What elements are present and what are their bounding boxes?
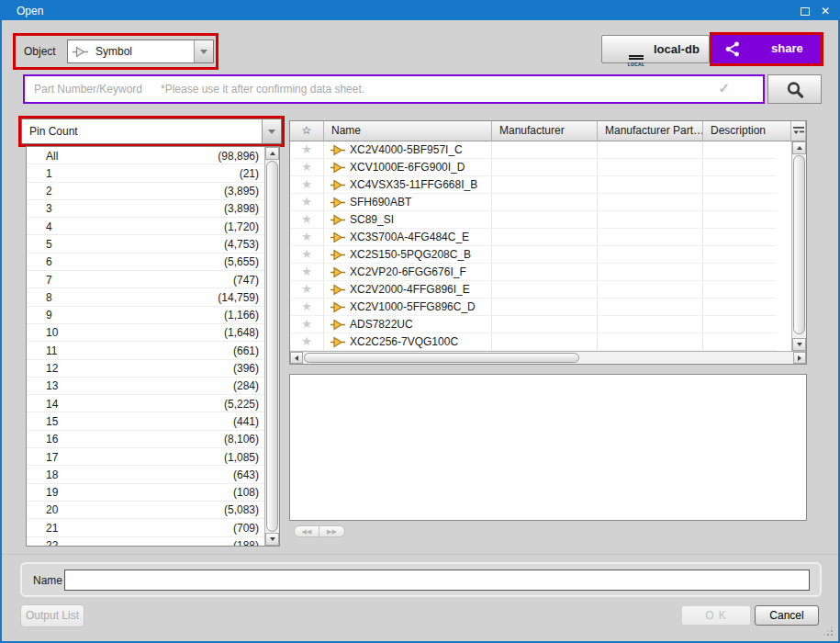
favorite-star-icon[interactable]: ★ <box>290 281 324 299</box>
table-row[interactable]: ★ XCV1000E-6FG900I_D <box>290 159 806 176</box>
table-vertical-scrollbar[interactable] <box>791 141 806 351</box>
table-row[interactable]: ★ XC2C256-7VQG100C <box>290 333 806 351</box>
pin-list-scrollbar[interactable] <box>264 147 279 546</box>
list-item[interactable]: 14 (5,225) <box>27 395 264 412</box>
list-item[interactable]: 21 (709) <box>27 519 264 536</box>
scroll-down-button[interactable] <box>265 533 279 546</box>
local-db-button[interactable]: LOCAL local-db <box>601 35 710 63</box>
ok-button[interactable]: O K <box>681 605 751 626</box>
list-item[interactable]: 3 (3,898) <box>27 200 264 218</box>
favorite-star-icon[interactable]: ★ <box>290 246 324 264</box>
column-header-name[interactable]: Name <box>324 121 492 141</box>
list-item[interactable]: 19 (108) <box>27 484 264 502</box>
table-row[interactable]: ★ XC2V1000-5FFG896C_D <box>290 299 806 316</box>
table-row[interactable]: ★ XC2V2000-4FFG896I_E <box>290 281 806 299</box>
column-header-description[interactable]: Description <box>703 121 791 141</box>
close-button[interactable]: ✕ <box>818 4 833 18</box>
scroll-right-button[interactable] <box>793 352 806 364</box>
filter-dropdown[interactable]: Pin Count <box>21 118 282 144</box>
favorite-star-icon[interactable]: ★ <box>290 211 324 229</box>
list-item[interactable]: 12 (396) <box>27 360 264 378</box>
symbol-icon <box>330 179 345 191</box>
table-row[interactable]: ★ XC2S150-5PQG208C_B <box>290 246 806 264</box>
scrollbar-thumb[interactable] <box>304 353 579 363</box>
manufacturer-cell <box>492 299 598 316</box>
table-row[interactable]: ★ XC4VSX35-11FFG668I_B <box>290 176 806 194</box>
list-item[interactable]: 13 (284) <box>27 378 264 395</box>
list-item[interactable]: 5 (4,753) <box>27 235 264 253</box>
list-item[interactable]: 2 (3,895) <box>27 183 264 200</box>
list-item[interactable]: 8 (14,759) <box>27 288 264 306</box>
list-item[interactable]: 18 (643) <box>27 466 264 483</box>
object-dropdown[interactable]: Symbol <box>67 39 214 63</box>
column-header-manufacturer-part[interactable]: Manufacturer Part… <box>598 121 703 141</box>
favorite-star-icon[interactable]: ★ <box>290 229 324 246</box>
scrollbar-thumb[interactable] <box>793 155 805 334</box>
table-row[interactable]: ★ XC2V4000-5BF957I_C <box>290 141 806 159</box>
favorite-star-icon[interactable]: ★ <box>290 316 324 333</box>
favorite-star-icon[interactable]: ★ <box>290 264 324 281</box>
cancel-button[interactable]: Cancel <box>755 605 819 626</box>
list-item[interactable]: 6 (5,655) <box>27 254 264 271</box>
table-row[interactable]: ★ SFH690ABT <box>290 194 806 211</box>
search-button[interactable] <box>767 74 822 104</box>
table-row[interactable]: ★ XC3S700A-4FG484C_E <box>290 229 806 246</box>
share-button[interactable]: share <box>712 35 821 63</box>
column-settings-button[interactable] <box>791 121 806 141</box>
column-header-favorite[interactable]: ☆ <box>290 121 324 141</box>
table-horizontal-scrollbar[interactable] <box>290 351 806 364</box>
search-placeholder: Part Number/Keyword <box>34 83 142 96</box>
favorite-star-icon[interactable]: ★ <box>290 159 324 176</box>
favorite-star-icon[interactable]: ★ <box>290 176 324 194</box>
part-name: XC2V2000-4FFG896I_E <box>350 283 470 296</box>
scroll-up-button[interactable] <box>265 147 279 160</box>
list-item[interactable]: 7 (747) <box>27 271 264 288</box>
scroll-left-button[interactable] <box>290 352 303 364</box>
manufacturer-cell <box>492 229 598 246</box>
favorite-star-icon[interactable]: ★ <box>290 194 324 211</box>
table-row[interactable]: ★ XC2VP20-6FGG676I_F <box>290 264 806 281</box>
column-header-manufacturer[interactable]: Manufacturer <box>492 121 598 141</box>
list-item[interactable]: 1 (21) <box>27 164 264 182</box>
list-item[interactable]: 4 (1,720) <box>27 218 264 235</box>
table-row[interactable]: ★ ADS7822UC <box>290 316 806 333</box>
triangle-up-icon <box>270 152 275 155</box>
list-item[interactable]: 20 (5,083) <box>27 502 264 519</box>
description-cell <box>703 299 777 316</box>
scroll-down-button[interactable] <box>792 338 806 351</box>
next-page-button[interactable]: ▶▶ <box>319 525 345 537</box>
favorite-star-icon[interactable]: ★ <box>290 141 324 159</box>
pin-count-label: 13 <box>46 379 58 392</box>
maximize-button[interactable] <box>798 4 812 18</box>
list-item[interactable]: 11 (661) <box>27 342 264 359</box>
scroll-up-button[interactable] <box>792 141 806 154</box>
list-item[interactable]: 10 (1,648) <box>27 324 264 342</box>
table-row[interactable]: ★ SC89_SI <box>290 211 806 229</box>
pin-count-label: 7 <box>46 274 52 287</box>
pin-count-label: 3 <box>46 202 52 215</box>
pin-count-label: 2 <box>46 185 52 197</box>
list-item[interactable]: 22 (188) <box>27 537 264 546</box>
list-item[interactable]: 16 (8,106) <box>27 431 264 448</box>
favorite-star-icon[interactable]: ★ <box>290 333 324 351</box>
manufacturer-cell <box>492 194 598 211</box>
description-cell <box>703 176 777 194</box>
list-item[interactable]: 9 (1,166) <box>27 307 264 324</box>
resize-grip-icon[interactable] <box>831 634 833 636</box>
pin-count-label: 22 <box>46 539 58 546</box>
pin-count-label: 20 <box>46 503 58 516</box>
triangle-right-icon <box>798 355 801 361</box>
dropdown-arrow-button[interactable] <box>262 119 281 143</box>
triangle-up-icon <box>797 146 802 150</box>
manufacturer-part-cell <box>598 159 703 176</box>
favorite-star-icon[interactable]: ★ <box>290 299 324 316</box>
output-list-button[interactable]: Output List <box>20 604 84 627</box>
dropdown-arrow-button[interactable] <box>194 40 213 62</box>
search-input[interactable]: Part Number/Keyword *Please use it after… <box>23 74 765 104</box>
name-input[interactable] <box>64 570 810 591</box>
list-item[interactable]: 17 (1,085) <box>27 448 264 466</box>
previous-page-button[interactable]: ◀◀ <box>294 525 319 537</box>
list-item[interactable]: All (98,896) <box>27 147 264 164</box>
scrollbar-thumb[interactable] <box>266 161 278 532</box>
list-item[interactable]: 15 (441) <box>27 412 264 430</box>
